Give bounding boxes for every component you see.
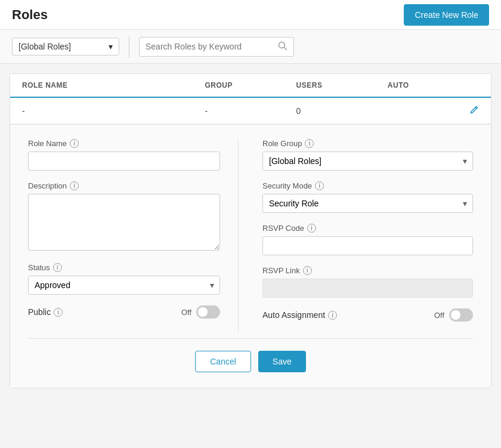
security-mode-select[interactable]: Security Role Privacy Role	[262, 194, 473, 213]
form-left-col: Role Name i Description i Status i	[28, 139, 239, 332]
save-button[interactable]: Save	[258, 351, 306, 372]
rsvp-link-input	[262, 279, 473, 298]
auto-assignment-slider	[449, 308, 473, 322]
chevron-down-icon: ▾	[109, 42, 113, 51]
create-new-role-button[interactable]: Create New Role	[404, 4, 489, 26]
table-header: ROLE NAME GROUP USERS AUTO	[10, 74, 491, 98]
rsvp-link-group: RSVP Link i	[262, 266, 473, 298]
main-content: ROLE NAME GROUP USERS AUTO - - 0 Role Na…	[10, 73, 491, 388]
status-group: Status i Approved Pending Inactive ▾	[28, 263, 220, 295]
col-auto: AUTO	[388, 81, 479, 89]
rsvp-code-input[interactable]	[262, 236, 473, 255]
toolbar-divider	[129, 36, 129, 57]
security-mode-group: Security Mode i Security Role Privacy Ro…	[262, 181, 473, 213]
security-mode-select-wrapper: Security Role Privacy Role ▾	[262, 194, 473, 213]
expand-section: Role Name i Description i Status i	[10, 124, 491, 388]
description-group: Description i	[28, 181, 220, 252]
public-toggle[interactable]	[196, 305, 220, 319]
form-actions: Cancel Save	[28, 338, 473, 378]
role-group-select-wrapper: [Global Roles] Admin Users ▾	[262, 152, 473, 171]
svg-line-1	[284, 47, 287, 50]
status-info-icon: i	[53, 263, 62, 272]
status-label: Status i	[28, 263, 220, 272]
page-header: Roles Create New Role	[0, 0, 501, 30]
role-name-input[interactable]	[28, 152, 220, 171]
form-grid: Role Name i Description i Status i	[28, 139, 473, 332]
col-role-name: ROLE NAME	[22, 81, 205, 89]
security-mode-label: Security Mode i	[262, 181, 473, 190]
rsvp-link-label: RSVP Link i	[262, 266, 473, 275]
rsvp-code-label: RSVP Code i	[262, 224, 473, 233]
role-group-label: Role Group i	[262, 139, 473, 148]
rsvp-link-info-icon: i	[303, 266, 312, 275]
rsvp-code-group: RSVP Code i	[262, 224, 473, 255]
status-select-wrapper: Approved Pending Inactive ▾	[28, 276, 220, 295]
role-group-group: Role Group i [Global Roles] Admin Users …	[262, 139, 473, 171]
public-slider	[196, 305, 220, 319]
rsvp-code-info-icon: i	[307, 224, 316, 233]
search-icon	[278, 41, 287, 52]
search-container	[139, 37, 294, 57]
status-select[interactable]: Approved Pending Inactive	[28, 276, 220, 295]
toolbar: [Global Roles] ▾	[0, 30, 501, 64]
col-group: GROUP	[205, 81, 296, 89]
security-mode-info-icon: i	[315, 181, 324, 190]
auto-assignment-toggle-state: Off	[434, 308, 473, 322]
role-name-label: Role Name i	[28, 139, 220, 148]
cell-users: 0	[296, 106, 388, 116]
role-name-group: Role Name i	[28, 139, 220, 171]
cell-role-name: -	[22, 106, 205, 116]
cell-group: -	[205, 106, 296, 116]
description-textarea[interactable]	[28, 194, 220, 251]
public-toggle-state: Off	[181, 305, 220, 319]
auto-assignment-toggle-row: Auto Assignment i Off	[262, 308, 473, 322]
form-right-col: Role Group i [Global Roles] Admin Users …	[262, 139, 473, 332]
auto-assignment-label-group: Auto Assignment i	[262, 310, 337, 320]
description-info-icon: i	[70, 181, 79, 190]
public-off-label: Off	[181, 308, 191, 317]
table-row: - - 0	[10, 98, 491, 124]
public-info-icon: i	[54, 308, 63, 317]
global-roles-label: [Global Roles]	[18, 42, 71, 51]
public-group: Public i Off	[28, 305, 220, 319]
auto-assignment-group: Auto Assignment i Off	[262, 308, 473, 322]
cancel-button[interactable]: Cancel	[195, 351, 251, 372]
description-label: Description i	[28, 181, 220, 190]
public-label-group: Public i	[28, 307, 63, 317]
role-group-select[interactable]: [Global Roles] Admin Users	[262, 152, 473, 171]
col-users: USERS	[296, 81, 388, 89]
search-input[interactable]	[146, 42, 273, 51]
auto-assignment-off-label: Off	[434, 311, 444, 320]
role-name-info-icon: i	[70, 139, 79, 148]
public-toggle-row: Public i Off	[28, 305, 220, 319]
auto-assignment-info-icon: i	[328, 311, 337, 320]
page-title: Roles	[12, 7, 48, 23]
role-group-info-icon: i	[305, 139, 314, 148]
edit-icon[interactable]	[469, 105, 479, 116]
global-roles-dropdown[interactable]: [Global Roles] ▾	[12, 38, 119, 55]
auto-assignment-toggle[interactable]	[449, 308, 473, 322]
